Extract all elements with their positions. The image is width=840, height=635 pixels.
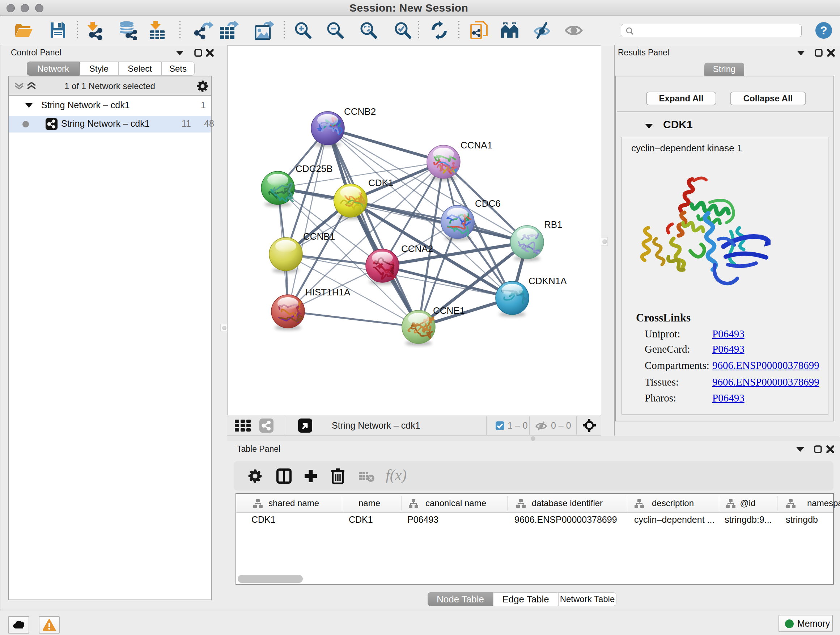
svg-text:HIST1H1A: HIST1H1A [305, 287, 351, 298]
svg-text:CDKN1A: CDKN1A [529, 276, 567, 287]
svg-text:CDC25B: CDC25B [295, 163, 333, 174]
svg-text:CCNB1: CCNB1 [303, 231, 335, 242]
svg-text:?: ? [820, 24, 827, 37]
svg-text:CDC6: CDC6 [475, 198, 501, 209]
svg-text:CCNA1: CCNA1 [461, 140, 493, 150]
svg-text:CCNB2: CCNB2 [344, 106, 376, 117]
svg-text:CCNE1: CCNE1 [433, 305, 465, 316]
svg-text:RB1: RB1 [544, 219, 562, 230]
svg-text:CCNA2: CCNA2 [401, 243, 433, 254]
svg-text:CDK1: CDK1 [368, 177, 393, 188]
